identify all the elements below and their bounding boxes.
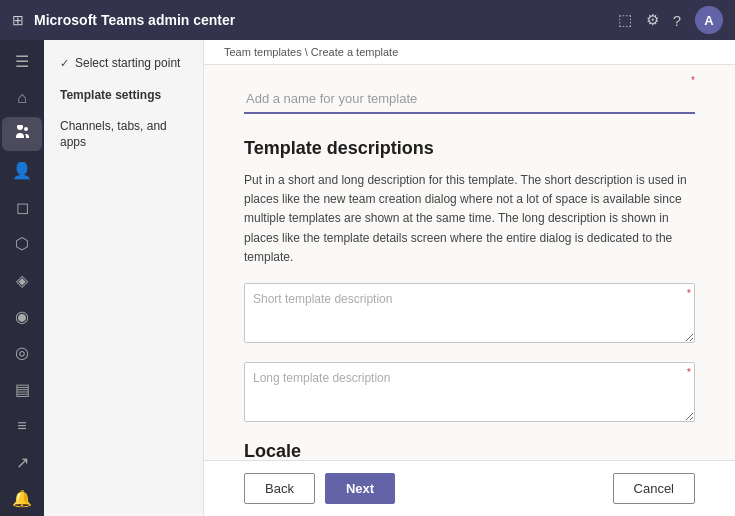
long-description-wrapper: * [244,362,695,425]
next-button[interactable]: Next [325,473,395,504]
monitor-icon[interactable]: ⬚ [618,11,632,29]
footer: Back Next Cancel [204,460,735,516]
back-button[interactable]: Back [244,473,315,504]
nav-analytics[interactable]: ↗ [2,445,42,479]
topbar-actions: ⬚ ⚙ ? A [618,6,723,34]
locale-title: Locale [244,441,695,460]
breadcrumb-parent[interactable]: Team templates [224,46,302,58]
gear-icon[interactable]: ⚙ [646,11,659,29]
breadcrumb-current: Create a template [311,46,398,58]
nav-home[interactable]: ⌂ [2,80,42,114]
avatar[interactable]: A [695,6,723,34]
nav-reports[interactable]: ▤ [2,372,42,406]
nav-alerts[interactable]: 🔔 [2,482,42,516]
short-description-wrapper: * [244,283,695,346]
template-name-input[interactable] [244,85,695,114]
nav-teams[interactable] [2,117,42,151]
nav-chat[interactable]: ◉ [2,299,42,333]
sidebar-item-template-settings[interactable]: Template settings [44,80,203,112]
grid-icon[interactable]: ⊞ [12,12,24,28]
nav-calls[interactable]: ◈ [2,263,42,297]
sidebar: ✓ Select starting point Template setting… [44,40,204,516]
sidebar-item-select-starting-point[interactable]: ✓ Select starting point [44,48,203,80]
long-description-input[interactable] [244,362,695,422]
short-required-marker: * [687,287,691,299]
sidebar-item-label-channels-tabs-apps: Channels, tabs, and apps [60,119,187,150]
nav-calendar[interactable]: ⬡ [2,226,42,260]
sidebar-item-label-template-settings: Template settings [60,88,161,104]
content-scroll: * Template descriptions Put in a short a… [204,65,735,460]
long-required-marker: * [687,366,691,378]
nav-contacts[interactable]: 👤 [2,153,42,187]
nav-globe[interactable]: ◎ [2,336,42,370]
breadcrumb: Team templates \ Create a template [204,40,735,65]
app-title: Microsoft Teams admin center [34,12,608,28]
sidebar-item-channels-tabs-apps[interactable]: Channels, tabs, and apps [44,111,203,158]
topbar: ⊞ Microsoft Teams admin center ⬚ ⚙ ? A [0,0,735,40]
descriptions-body: Put in a short and long description for … [244,171,695,267]
sidebar-item-label-select-starting-point: Select starting point [75,56,180,72]
name-required-marker: * [691,75,695,86]
nav-lines[interactable]: ≡ [2,409,42,443]
short-description-input[interactable] [244,283,695,343]
nav-rail: ☰ ⌂ 👤 ◻ ⬡ ◈ ◉ ◎ ▤ ≡ ↗ 🔔 [0,40,44,516]
main-layout: ☰ ⌂ 👤 ◻ ⬡ ◈ ◉ ◎ ▤ ≡ ↗ 🔔 ✓ Select startin… [0,40,735,516]
nav-hamburger[interactable]: ☰ [2,44,42,78]
nav-activity[interactable]: ◻ [2,190,42,224]
name-field-wrapper: * [244,85,695,114]
content-area: Team templates \ Create a template * Tem… [204,40,735,516]
help-icon[interactable]: ? [673,12,681,29]
check-icon: ✓ [60,57,69,70]
cancel-button[interactable]: Cancel [613,473,695,504]
descriptions-title: Template descriptions [244,138,695,159]
